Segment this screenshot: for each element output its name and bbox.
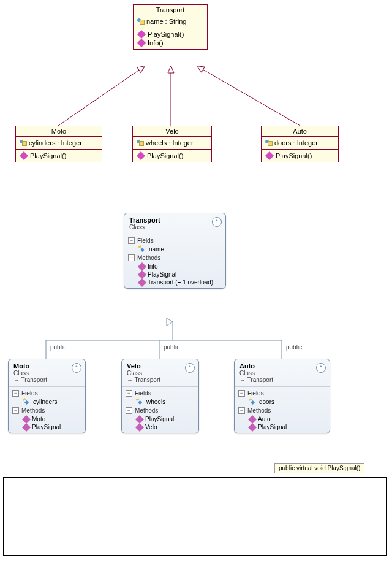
expander-icon[interactable]: − — [126, 407, 132, 414]
inheritance-label: public — [164, 344, 179, 351]
section-label: Fields — [135, 390, 151, 397]
class-title: Moto — [16, 126, 102, 137]
method-name: Velo — [145, 424, 157, 430]
class-title: Auto — [262, 126, 338, 137]
expander-icon[interactable]: − — [126, 390, 132, 397]
svg-line-0 — [58, 66, 145, 126]
method-icon — [138, 262, 146, 270]
uml2-class-velo[interactable]: Velo Class → Transport ⌃ −Fields wheels … — [121, 359, 199, 433]
uml2-class-moto[interactable]: Moto Class → Transport ⌃ −Fields cylinde… — [8, 359, 86, 433]
method-name: PlaySignal — [145, 416, 174, 422]
class-title: Velo — [133, 126, 211, 137]
inherits-label: → Transport — [127, 376, 194, 383]
method-name: PlaySignal — [148, 271, 176, 278]
method-icon — [138, 278, 146, 286]
section-label: Methods — [135, 407, 158, 414]
method-name: PlaySignal — [258, 424, 287, 430]
method-icon — [248, 414, 257, 423]
class-name: Velo — [127, 362, 194, 370]
expander-icon[interactable]: − — [238, 390, 245, 397]
method-name: Info — [148, 263, 158, 270]
inheritance-label: public — [50, 344, 66, 351]
field-name: wheels — [146, 399, 165, 405]
field-name: name — [149, 246, 164, 253]
field-icon — [139, 246, 146, 253]
section-label: Methods — [21, 407, 45, 414]
empty-panel — [3, 477, 387, 556]
attribute-icon — [265, 140, 273, 146]
class-type: Class — [239, 370, 325, 376]
uml1-class-transport: Transport name : String PlaySignal() Inf… — [133, 4, 208, 50]
inheritance-label: public — [286, 344, 302, 351]
inherits-label: → Transport — [13, 376, 80, 383]
uml2-class-transport[interactable]: Transport Class ⌃ −Fields name −Methods … — [124, 213, 226, 289]
attribute: name : String — [146, 18, 186, 25]
method-icon — [248, 422, 257, 431]
expander-icon[interactable]: − — [238, 407, 245, 414]
method: PlaySignal() — [147, 152, 183, 159]
method: PlaySignal() — [30, 152, 66, 159]
field-icon — [23, 399, 31, 405]
section-label: Fields — [137, 237, 154, 244]
method-icon — [135, 422, 144, 431]
collapse-icon[interactable]: ⌃ — [316, 363, 326, 373]
method-icon — [137, 30, 146, 39]
section-label: Methods — [247, 407, 271, 414]
method-icon — [22, 414, 31, 423]
expander-icon[interactable]: − — [128, 237, 135, 244]
method-icon — [22, 422, 31, 431]
method-icon — [138, 270, 146, 278]
class-name: Moto — [13, 362, 80, 370]
expander-icon[interactable]: − — [12, 390, 19, 397]
method-icon — [265, 151, 274, 160]
method-icon — [135, 414, 144, 423]
expander-icon[interactable]: − — [128, 254, 135, 261]
uml1-class-auto: Auto doors : Integer PlaySignal() — [261, 126, 339, 162]
uml2-class-auto[interactable]: Auto Class → Transport ⌃ −Fields doors −… — [234, 359, 330, 433]
section-label: Methods — [137, 254, 160, 261]
section-label: Fields — [21, 390, 38, 397]
uml1-class-velo: Velo wheels : Integer PlaySignal() — [132, 126, 212, 162]
attribute-icon — [137, 140, 144, 146]
method: PlaySignal() — [276, 152, 312, 159]
inherits-label: → Transport — [239, 376, 325, 383]
expander-icon[interactable]: − — [12, 407, 19, 414]
uml1-class-moto: Moto cylinders : Integer PlaySignal() — [15, 126, 102, 162]
method-name: Transport (+ 1 overload) — [148, 279, 213, 286]
field-icon — [137, 399, 144, 405]
attribute: cylinders : Integer — [29, 139, 82, 147]
field-name: cylinders — [33, 399, 57, 405]
method-icon — [20, 151, 28, 160]
method-name: PlaySignal — [32, 424, 61, 430]
class-name: Auto — [239, 362, 325, 370]
collapse-icon[interactable]: ⌃ — [185, 363, 195, 373]
diagram-container: Transport name : String PlaySignal() Inf… — [0, 0, 392, 561]
class-name: Transport — [129, 216, 221, 224]
method: Info() — [148, 39, 164, 47]
svg-line-2 — [197, 66, 300, 126]
collapse-icon[interactable]: ⌃ — [212, 217, 222, 227]
class-type: Class — [127, 370, 194, 376]
class-title: Transport — [134, 5, 207, 15]
attribute-icon — [20, 140, 27, 146]
field-icon — [249, 399, 257, 405]
method: PlaySignal() — [148, 31, 184, 38]
attribute: doors : Integer — [274, 139, 318, 147]
class-type: Class — [13, 370, 80, 376]
collapse-icon[interactable]: ⌃ — [72, 363, 81, 373]
attribute: wheels : Integer — [146, 139, 194, 147]
method-name: Moto — [32, 416, 45, 422]
class-type: Class — [129, 224, 221, 231]
method-name: Auto — [258, 416, 271, 422]
section-label: Fields — [247, 390, 264, 397]
method-icon — [137, 39, 146, 47]
attribute-icon — [137, 18, 145, 25]
method-icon — [137, 151, 145, 160]
field-name: doors — [259, 399, 274, 405]
tooltip: public virtual void PlaySignal() — [274, 463, 364, 473]
